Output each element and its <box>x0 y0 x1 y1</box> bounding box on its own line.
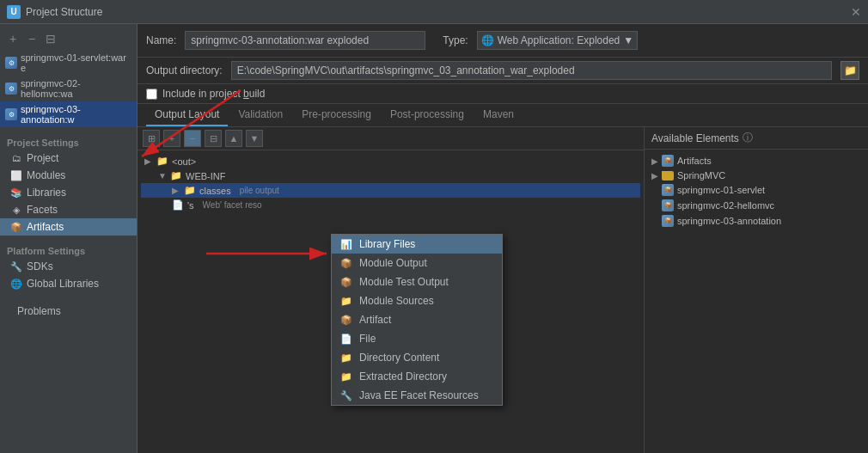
global-libraries-icon: 🌐 <box>10 279 22 290</box>
sidebar-item-modules[interactable]: ⬜ Modules <box>0 167 137 184</box>
project-icon: ⚙ <box>5 57 17 69</box>
module-test-output-icon: 📦 <box>340 276 352 288</box>
dropdown-item-artifact[interactable]: 📦 Artifact <box>332 310 502 329</box>
avail-item-label: springmvc-01-servlet <box>677 185 765 195</box>
add-button[interactable]: + <box>5 31 21 46</box>
tree-item-classes[interactable]: ▶ 📁 classes pile output <box>141 183 640 198</box>
extracted-directory-icon: 📁 <box>340 370 352 383</box>
type-label: Type: <box>443 34 468 46</box>
module-icon: 📦 <box>662 215 674 227</box>
folder-icon: 📁 <box>156 156 168 167</box>
help-icon[interactable]: ⓘ <box>743 131 753 145</box>
tree-arrow: ▼ <box>158 171 167 181</box>
browse-folder-button[interactable]: 📁 <box>840 61 859 80</box>
module-sources-icon: 📁 <box>340 295 352 307</box>
output-dir-input[interactable] <box>231 61 832 80</box>
dropdown-item-module-sources[interactable]: 📁 Module Sources <box>332 291 502 310</box>
file-icon: 📄 <box>340 333 352 345</box>
dropdown-item-module-test-output[interactable]: 📦 Module Test Output <box>332 272 502 291</box>
remove-button[interactable]: − <box>24 31 40 46</box>
expand-arrow: ▶ <box>651 171 658 181</box>
dropdown-item-module-output[interactable]: 📦 Module Output <box>332 254 502 272</box>
tree-item-webinf[interactable]: ▼ 📁 WEB-INF <box>141 168 640 183</box>
dropdown-item-java-ee-facet[interactable]: 🔧 Java EE Facet Resources <box>332 386 502 405</box>
sidebar-item-facets[interactable]: ◈ Facets <box>0 201 137 218</box>
libraries-icon: 📚 <box>10 187 22 199</box>
modules-icon: ⬜ <box>10 170 22 181</box>
artifact-copy-btn[interactable]: ⊟ <box>205 130 222 147</box>
artifacts-module-icon: 📦 <box>662 155 674 167</box>
tab-validation[interactable]: Validation <box>229 104 291 126</box>
body-area: ⊞ + − ⊟ ▲ ▼ ▶ 📁 <out> ▼ 📁 <box>138 127 868 453</box>
dropdown-item-label: Directory Content <box>359 352 439 364</box>
artifact-layout-btn[interactable]: ⊞ <box>143 130 160 147</box>
sidebar-item-project[interactable]: 🗂 Project <box>0 150 137 167</box>
artifact-add-btn[interactable]: + <box>163 130 180 147</box>
project-list-item-annotation[interactable]: ⚙ springmvc-03-annotation:w <box>0 101 137 127</box>
dropdown-item-file[interactable]: 📄 File <box>332 329 502 348</box>
project-item-label: springmvc-02-hellomvc:wa <box>21 78 131 99</box>
file-icon: 📄 <box>172 199 184 211</box>
avail-item-annotation[interactable]: 📦 springmvc-03-annotation <box>648 213 865 229</box>
copy-button[interactable]: ⊟ <box>43 31 58 46</box>
tree-item-label: 's <box>187 200 194 211</box>
module-icon: 📦 <box>662 199 674 211</box>
dropdown-item-label: Artifact <box>359 314 391 326</box>
sidebar-item-global-libraries[interactable]: 🌐 Global Libraries <box>0 275 137 292</box>
artifact-down-btn[interactable]: ▼ <box>246 130 263 147</box>
avail-item-servlet[interactable]: 📦 springmvc-01-servlet <box>648 182 865 198</box>
dropdown-item-label: File <box>359 333 376 345</box>
artifacts-icon: 📦 <box>10 222 22 233</box>
avail-item-artifacts[interactable]: ▶ 📦 Artifacts <box>648 153 865 168</box>
module-output-icon: 📦 <box>340 257 352 269</box>
avail-item-hellomvc[interactable]: 📦 springmvc-02-hellomvc <box>648 198 865 213</box>
artifact-toolbar: ⊞ + − ⊟ ▲ ▼ <box>138 127 644 150</box>
project-list-item-servlet[interactable]: ⚙ springmvc-01-servlet:war e <box>0 50 137 76</box>
project-item-label: springmvc-01-servlet:war e <box>21 52 131 73</box>
tree-item-out[interactable]: ▶ 📁 <out> <box>141 154 640 168</box>
add-dropdown-menu: 📊 Library Files 📦 Module Output 📦 Module… <box>331 234 503 406</box>
type-dropdown-arrow: ▼ <box>623 34 633 46</box>
close-button[interactable]: ✕ <box>851 5 861 19</box>
artifact-icon: 📦 <box>340 314 352 326</box>
avail-item-label: springmvc-02-hellomvc <box>677 200 774 211</box>
library-files-icon: 📊 <box>340 238 352 250</box>
app-icon: U <box>7 5 21 19</box>
sidebar-item-artifacts[interactable]: 📦 Artifacts <box>0 218 137 236</box>
module-icon: 📦 <box>662 184 674 196</box>
tree-item-label: WEB-INF <box>186 171 225 181</box>
name-input[interactable] <box>185 31 425 50</box>
artifact-up-btn[interactable]: ▲ <box>225 130 242 147</box>
avail-item-label: Artifacts <box>677 156 712 166</box>
avail-item-springmvc[interactable]: ▶ SpringMVC <box>648 168 865 182</box>
expand-arrow: ▶ <box>651 156 658 166</box>
folder-icon: 📁 <box>170 170 182 181</box>
name-type-row: Name: Type: 🌐 Web Application: Exploded … <box>138 24 868 58</box>
available-label: Available Elements <box>651 132 739 144</box>
directory-content-icon: 📁 <box>340 352 352 364</box>
tree-item-lib[interactable]: 📄 's Web' facet reso <box>141 198 640 212</box>
platform-settings-label: Platform Settings <box>0 242 137 258</box>
dropdown-item-directory-content[interactable]: 📁 Directory Content <box>332 348 502 367</box>
name-label: Name: <box>146 34 176 46</box>
sidebar-item-problems[interactable]: Problems <box>7 303 130 320</box>
project-list-item-hellomvc[interactable]: ⚙ springmvc-02-hellomvc:wa <box>0 76 137 101</box>
tab-pre-processing[interactable]: Pre-processing <box>293 104 380 126</box>
type-select[interactable]: 🌐 Web Application: Exploded ▼ <box>477 31 638 50</box>
project-settings-label: Project Settings <box>0 134 137 150</box>
artifact-remove-btn[interactable]: − <box>184 130 201 147</box>
tab-maven[interactable]: Maven <box>474 104 523 126</box>
include-checkbox[interactable] <box>146 89 157 100</box>
tab-output-layout[interactable]: Output Layout <box>146 104 228 126</box>
java-ee-facet-icon: 🔧 <box>340 389 352 401</box>
dropdown-item-extracted-directory[interactable]: 📁 Extracted Directory <box>332 367 502 386</box>
dropdown-item-library-files[interactable]: 📊 Library Files <box>332 235 502 254</box>
sidebar-item-sdks[interactable]: 🔧 SDKs <box>0 258 137 275</box>
dropdown-item-label: Module Output <box>359 257 427 269</box>
tree-item-label: classes <box>199 186 231 196</box>
output-dir-label: Output directory: <box>146 64 223 77</box>
folder-yellow-icon <box>662 171 674 181</box>
sidebar-item-libraries[interactable]: 📚 Libraries <box>0 184 137 201</box>
project-icon: ⚙ <box>5 83 17 95</box>
tab-post-processing[interactable]: Post-processing <box>382 104 473 126</box>
